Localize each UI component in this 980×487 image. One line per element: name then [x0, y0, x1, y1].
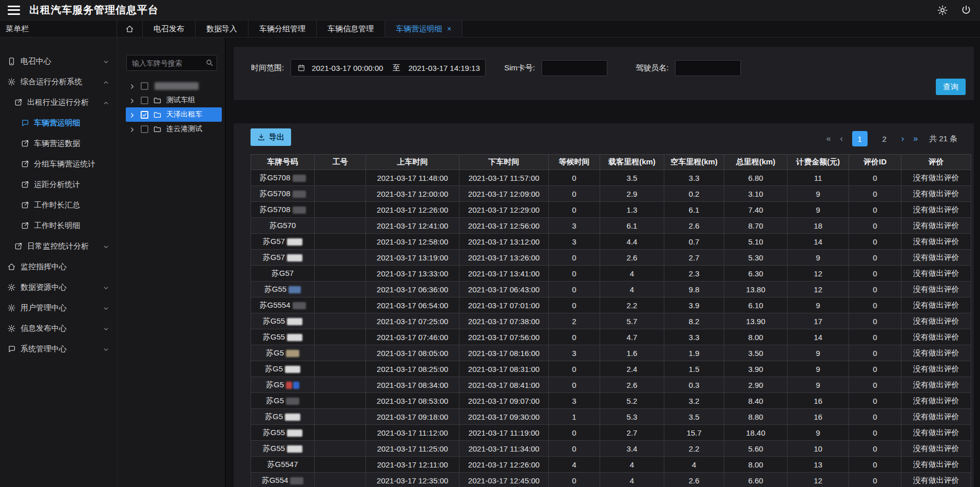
checkbox-checked[interactable]	[141, 111, 148, 119]
cell-alight-time: 2021-03-17 13:26:00	[459, 250, 549, 266]
share-icon	[14, 242, 23, 251]
cell-rating-id: 0	[849, 361, 901, 377]
cell-wait-time: 0	[549, 377, 600, 393]
cell-alight-time: 2021-03-17 07:56:00	[459, 329, 549, 345]
cell-job	[315, 313, 366, 329]
caret-right-icon[interactable]	[129, 111, 136, 118]
tab-close-icon[interactable]: ×	[447, 25, 451, 33]
sidebar-item-14[interactable]: 系统管理中心	[0, 339, 117, 359]
checkbox-unchecked[interactable]	[141, 97, 148, 104]
redaction-mask	[293, 302, 306, 309]
sidebar-item-6[interactable]: 运距分析统计	[0, 174, 117, 195]
cell-job	[315, 361, 366, 377]
sidebar-item-13[interactable]: 信息发布中心	[0, 318, 117, 339]
first-page-button[interactable]: «	[827, 134, 831, 143]
sidebar-item-3[interactable]: 车辆营运明细	[0, 113, 117, 133]
cell-fee: 9	[787, 202, 849, 218]
table-row: 苏G552021-03-17 07:25:002021-03-17 07:38:…	[251, 313, 971, 329]
sidebar-item-10[interactable]: 监控指挥中心	[0, 256, 117, 277]
sidebar-item-2[interactable]: 出租行业运行分析	[0, 92, 117, 113]
cell-rating: 没有做出评价	[901, 282, 971, 297]
sidebar-item-11[interactable]: 数据资源中心	[0, 277, 117, 297]
tab-bar: 菜单栏 电召发布数据导入车辆分组管理车辆信息管理车辆营运明细×	[0, 21, 980, 38]
sidebar-item-label: 出租行业运行分析	[27, 98, 89, 107]
cell-loaded-km: 4	[600, 457, 664, 473]
tab-4[interactable]: 车辆信息管理	[317, 21, 385, 37]
sidebar-item-4[interactable]: 车辆营运数据	[0, 133, 117, 154]
cell-fee: 16	[787, 409, 849, 425]
cell-job	[315, 282, 366, 297]
folder-icon	[153, 96, 162, 105]
cell-job	[315, 266, 366, 282]
tree-item-1[interactable]: 测试车组	[126, 93, 222, 107]
table-row: 苏G55542021-03-17 06:54:002021-03-17 07:0…	[251, 297, 971, 313]
sidebar-item-label: 工作时长汇总	[34, 200, 80, 210]
prev-page-button[interactable]: ‹	[840, 134, 842, 143]
cell-rating: 没有做出评价	[901, 234, 971, 250]
checkbox-unchecked[interactable]	[141, 125, 148, 133]
export-button[interactable]: 导出	[251, 128, 291, 146]
tab-home[interactable]	[117, 21, 143, 37]
cell-board-time: 2021-03-17 13:19:00	[366, 250, 459, 266]
next-page-button[interactable]: ›	[901, 134, 904, 143]
tree-item-2[interactable]: 天泽出租车	[126, 107, 222, 122]
tree-item-3[interactable]: 连云港测试	[126, 122, 222, 136]
cell-plate: 苏G5	[251, 409, 315, 425]
time-range-label: 时间范围:	[251, 63, 284, 73]
driver-name-input[interactable]	[675, 60, 741, 76]
cell-alight-time: 2021-03-17 09:30:00	[459, 409, 549, 425]
table-row: 苏G52021-03-17 08:34:002021-03-17 08:41:0…	[251, 377, 971, 393]
home-icon	[125, 25, 134, 33]
power-icon[interactable]	[960, 5, 972, 16]
sidebar-item-label: 运距分析统计	[34, 180, 80, 190]
cell-empty-km: 0.7	[664, 234, 724, 250]
caret-right-icon[interactable]	[129, 83, 136, 89]
menu-icon[interactable]	[8, 6, 20, 15]
cell-loaded-km: 4	[600, 266, 664, 282]
last-page-button[interactable]: »	[913, 134, 918, 143]
cell-rating: 没有做出评价	[901, 393, 971, 409]
cell-total-km: 8.70	[724, 218, 787, 234]
sidebar-item-8[interactable]: 工作时长明细	[0, 215, 117, 236]
query-button[interactable]: 查询	[936, 79, 966, 95]
column-header: 载客里程(km)	[600, 155, 664, 170]
caret-right-icon[interactable]	[129, 97, 136, 104]
cell-wait-time: 0	[549, 473, 600, 487]
sidebar-item-1[interactable]: 综合运行分析系统	[0, 71, 117, 92]
column-header: 评价	[901, 155, 971, 170]
sidebar-item-5[interactable]: 分组车辆营运统计	[0, 154, 117, 174]
tab-3[interactable]: 车辆分组管理	[248, 21, 317, 37]
sidebar-item-9[interactable]: 日常监控统计分析	[0, 236, 117, 256]
cell-board-time: 2021-03-17 12:41:00	[366, 218, 459, 234]
cell-fee: 9	[787, 250, 849, 266]
chat-icon	[7, 345, 16, 353]
tablet-icon	[7, 57, 16, 66]
sidebar-item-label: 用户管理中心	[21, 303, 67, 313]
cell-wait-time: 3	[549, 218, 600, 234]
sidebar-item-label: 监控指挥中心	[21, 262, 67, 272]
sidebar-item-7[interactable]: 工作时长汇总	[0, 195, 117, 215]
sim-input[interactable]	[542, 60, 607, 76]
cell-fee: 9	[787, 297, 849, 313]
cell-wait-time: 0	[549, 441, 600, 457]
tree-item-0[interactable]	[126, 79, 222, 93]
tab-2[interactable]: 数据导入	[196, 21, 248, 37]
sidebar-item-12[interactable]: 用户管理中心	[0, 297, 117, 318]
page-button-1[interactable]: 1	[852, 131, 868, 146]
cell-empty-km: 0.3	[664, 377, 724, 393]
search-icon[interactable]	[205, 59, 214, 67]
tab-1[interactable]: 电召发布	[143, 21, 196, 37]
cell-wait-time: 0	[549, 282, 600, 297]
sidebar-item-0[interactable]: 电召中心	[0, 51, 117, 71]
gear-icon[interactable]	[937, 5, 948, 16]
tab-5[interactable]: 车辆营运明细×	[385, 21, 463, 37]
caret-right-icon[interactable]	[129, 126, 136, 133]
page-button-2[interactable]: 2	[877, 131, 892, 146]
checkbox-unchecked[interactable]	[141, 82, 148, 90]
table-row: 苏G5702021-03-17 12:41:002021-03-17 12:56…	[251, 218, 971, 234]
cell-total-km: 5.30	[724, 250, 787, 266]
cell-empty-km: 0.2	[664, 186, 724, 202]
time-range-picker[interactable]: 2021-03-17 00:00:00 至 2021-03-17 14:19:1…	[291, 59, 486, 77]
plate-search-input[interactable]	[126, 55, 217, 71]
cell-total-km: 6.10	[724, 297, 787, 313]
